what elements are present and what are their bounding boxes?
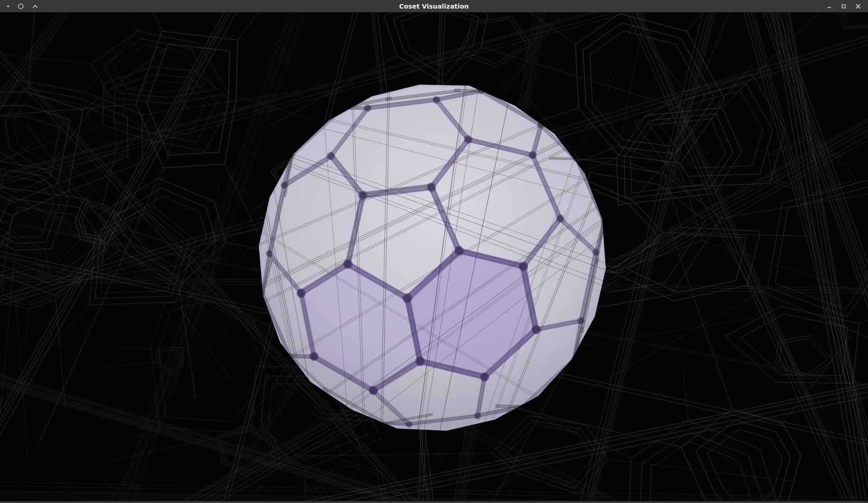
menu-dot-icon[interactable] bbox=[7, 5, 9, 7]
circle-icon[interactable] bbox=[14, 0, 28, 12]
maximize-icon[interactable] bbox=[836, 0, 851, 12]
titlebar-left-controls bbox=[0, 0, 42, 12]
close-icon[interactable] bbox=[851, 0, 865, 12]
titlebar-window-controls bbox=[822, 0, 868, 12]
app-window: { "window": { "title": "Coset Visualizat… bbox=[0, 0, 868, 503]
window-title: Coset Visualization bbox=[0, 0, 868, 12]
minimize-icon[interactable] bbox=[822, 0, 836, 12]
visualization-viewport bbox=[0, 12, 868, 501]
chevron-up-icon[interactable] bbox=[28, 0, 42, 12]
window-bottom-border bbox=[0, 501, 868, 503]
visualization-canvas[interactable] bbox=[0, 12, 868, 501]
title-bar: Coset Visualization bbox=[0, 0, 868, 12]
